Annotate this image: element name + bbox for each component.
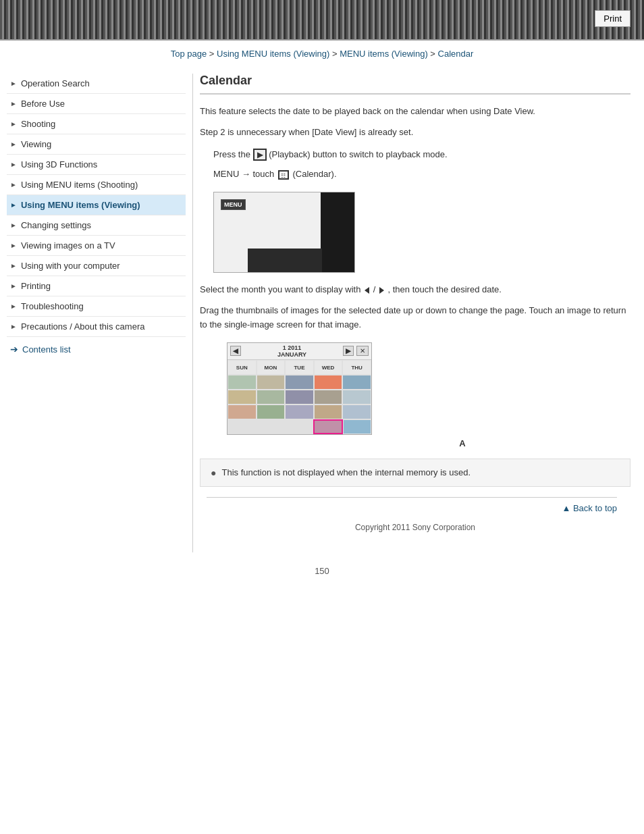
cal-cell[interactable] xyxy=(257,375,286,390)
arrow-icon: ► xyxy=(10,262,17,269)
calendar-week-4 xyxy=(227,419,371,434)
sidebar-label: Printing xyxy=(21,281,51,291)
arrow-icon: ► xyxy=(10,323,17,330)
page-title: Calendar xyxy=(200,74,630,95)
sidebar-item-using-menu-shooting[interactable]: ► Using MENU items (Shooting) xyxy=(7,175,186,195)
arrow-icon: ► xyxy=(10,242,17,249)
cal-cell[interactable] xyxy=(342,405,371,419)
sidebar-item-shooting[interactable]: ► Shooting xyxy=(7,114,186,134)
sidebar-item-viewing[interactable]: ► Viewing xyxy=(7,134,186,155)
cal-cell[interactable] xyxy=(342,390,371,405)
cal-close-btn[interactable]: ✕ xyxy=(356,346,369,356)
sidebar-item-using-with-computer[interactable]: ► Using with your computer xyxy=(7,256,186,276)
right-arrow-icon xyxy=(379,287,384,294)
sidebar-item-operation-search[interactable]: ► Operation Search xyxy=(7,74,186,94)
breadcrumb-top-page[interactable]: Top page xyxy=(171,49,207,59)
label-a-container: A xyxy=(281,438,630,448)
arrow-icon: ► xyxy=(10,80,17,87)
sidebar-label: Before Use xyxy=(21,99,65,109)
sidebar-label: Using MENU items (Viewing) xyxy=(21,200,140,210)
calendar-week-3 xyxy=(227,405,371,419)
cal-cell[interactable] xyxy=(227,405,257,419)
menu-screenshot: MENU xyxy=(213,192,355,273)
day-header-wed: WED xyxy=(314,360,343,375)
arrow-icon: ► xyxy=(10,120,17,128)
instruction-block: Press the ▶ (Playback) button to switch … xyxy=(213,147,630,182)
back-to-top-container: ▲ Back to top xyxy=(200,498,630,519)
sidebar-label: Using 3D Functions xyxy=(21,159,97,170)
arrow-icon: ► xyxy=(10,100,17,107)
cal-cell[interactable] xyxy=(284,419,313,434)
contents-list-link[interactable]: ➔ Contents list xyxy=(7,337,186,361)
day-header-tue: TUE xyxy=(285,360,314,375)
drag-text: Drag the thumbnails of images for the se… xyxy=(200,304,630,332)
sidebar-label: Using with your computer xyxy=(21,261,120,271)
sidebar-item-troubleshooting[interactable]: ► Troubleshooting xyxy=(7,296,186,317)
cal-cell[interactable] xyxy=(256,419,284,434)
sidebar-label: Shooting xyxy=(21,119,55,129)
sidebar-item-before-use[interactable]: ► Before Use xyxy=(7,94,186,114)
contents-list-label: Contents list xyxy=(22,344,71,355)
calendar-icon: ☷ xyxy=(278,170,289,180)
calendar-header: ◀ 1 2011JANUARY ▶ ✕ xyxy=(227,343,371,360)
cal-cell[interactable] xyxy=(257,390,286,405)
breadcrumb-calendar[interactable]: Calendar xyxy=(438,49,474,59)
sidebar-item-precautions[interactable]: ► Precautions / About this camera xyxy=(7,317,186,337)
cal-next-btn[interactable]: ▶ xyxy=(343,346,354,356)
arrow-icon: ► xyxy=(10,140,17,148)
page-number: 150 xyxy=(0,559,644,583)
cal-cell[interactable] xyxy=(343,419,371,434)
breadcrumb-menu-items-viewing[interactable]: MENU items (Viewing) xyxy=(340,49,428,59)
sidebar-label: Changing settings xyxy=(21,220,91,230)
arrow-icon: ► xyxy=(10,181,17,188)
cal-cell[interactable] xyxy=(314,390,343,405)
cal-cell[interactable] xyxy=(227,375,257,390)
sidebar-item-printing[interactable]: ► Printing xyxy=(7,276,186,296)
intro-text-2: Step 2 is unnecessary when [Date View] i… xyxy=(200,126,630,140)
copyright: Copyright 2011 Sony Corporation xyxy=(200,519,630,539)
cal-cell[interactable] xyxy=(314,405,343,419)
select-text: Select the month you want to display wit… xyxy=(200,283,630,297)
sidebar-label: Operation Search xyxy=(21,78,90,88)
label-a: A xyxy=(294,438,630,448)
print-button[interactable]: Print xyxy=(595,10,630,27)
cal-cell[interactable] xyxy=(257,405,286,419)
cal-cell[interactable] xyxy=(342,375,371,390)
arrow-icon: ► xyxy=(10,161,17,168)
arrow-icon: ► xyxy=(10,221,17,229)
arrow-icon: ► xyxy=(10,303,17,310)
calendar-screenshot-container: ◀ 1 2011JANUARY ▶ ✕ SUN MON TUE WED THU xyxy=(213,342,630,448)
cal-prev-btn[interactable]: ◀ xyxy=(230,346,241,356)
cal-cell[interactable] xyxy=(314,375,343,390)
sidebar: ► Operation Search ► Before Use ► Shooti… xyxy=(0,74,192,361)
note-text: This function is not displayed when the … xyxy=(221,467,471,477)
cal-cell[interactable] xyxy=(285,405,314,419)
calendar-screenshot: ◀ 1 2011JANUARY ▶ ✕ SUN MON TUE WED THU xyxy=(227,342,372,435)
sidebar-item-changing-settings[interactable]: ► Changing settings xyxy=(7,215,186,236)
instruction-1: Press the ▶ (Playback) button to switch … xyxy=(213,147,630,162)
sidebar-label: Viewing images on a TV xyxy=(21,240,115,251)
cal-cell[interactable] xyxy=(285,375,314,390)
calendar-week-1 xyxy=(227,375,371,390)
cal-cell[interactable] xyxy=(227,390,257,405)
day-header-mon: MON xyxy=(257,360,286,375)
screenshot-dark-area xyxy=(321,192,354,272)
sidebar-label: Troubleshooting xyxy=(21,301,84,311)
sidebar-label: Using MENU items (Shooting) xyxy=(21,180,138,190)
sidebar-item-using-3d[interactable]: ► Using 3D Functions xyxy=(7,155,186,175)
cal-cell-highlighted[interactable] xyxy=(313,419,343,434)
breadcrumb-using-menu-viewing[interactable]: Using MENU items (Viewing) xyxy=(217,49,329,59)
cal-cell[interactable] xyxy=(285,390,314,405)
breadcrumb: Top page > Using MENU items (Viewing) > … xyxy=(0,41,644,67)
sidebar-item-viewing-images-tv[interactable]: ► Viewing images on a TV xyxy=(7,236,186,256)
sidebar-label: Viewing xyxy=(21,139,51,149)
back-to-top-link[interactable]: ▲ Back to top xyxy=(562,503,617,513)
sidebar-item-using-menu-viewing[interactable]: ► Using MENU items (Viewing) xyxy=(7,195,186,215)
day-header-sun: SUN xyxy=(227,360,257,375)
sidebar-label: Precautions / About this camera xyxy=(21,321,145,332)
header-bar: Print xyxy=(0,0,644,41)
instruction-2: MENU → touch ☷ (Calendar). xyxy=(213,166,630,182)
note-bullet-icon: ● xyxy=(211,467,216,478)
cal-cell[interactable] xyxy=(227,419,256,434)
playback-icon: ▶ xyxy=(253,149,267,161)
